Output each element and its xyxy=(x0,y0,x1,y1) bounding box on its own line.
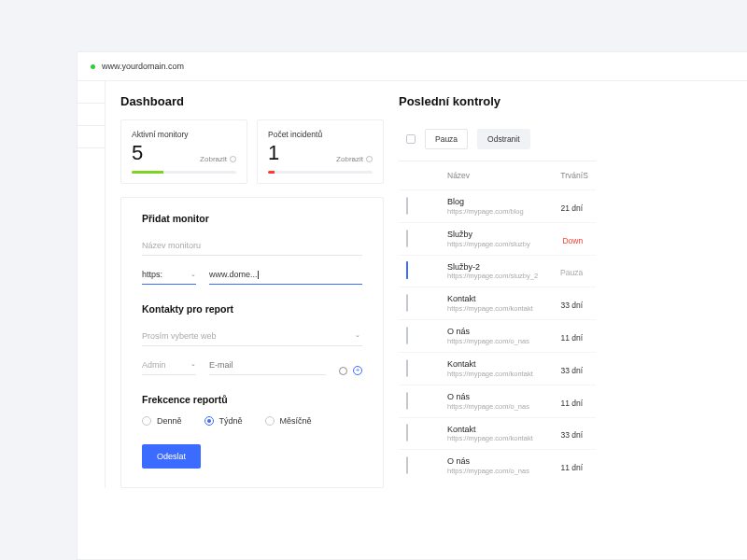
stat-label: Počet incidentů xyxy=(268,130,373,139)
row-name: Služby xyxy=(447,230,538,240)
row-duration: 11 dní xyxy=(561,333,584,343)
row-duration: Down xyxy=(562,236,583,245)
row-checkbox[interactable] xyxy=(406,456,408,474)
email-input[interactable] xyxy=(209,356,326,375)
submit-button[interactable]: Odeslat xyxy=(142,444,201,469)
stat-incidents: Počet incidentů 1 Zobrazit xyxy=(257,119,384,184)
row-checkbox[interactable] xyxy=(406,230,408,247)
domain-input[interactable]: www.dome... xyxy=(209,265,362,285)
row-name: Kontakt xyxy=(447,359,538,370)
row-checkbox[interactable] xyxy=(406,359,408,377)
row-url: https://mypage.com/kontakt xyxy=(447,304,538,313)
row-duration: Pauza xyxy=(560,268,583,277)
row-url: https://mypage.com/kontakt xyxy=(447,434,538,442)
protocol-select[interactable]: https: ⌄ xyxy=(142,265,196,285)
row-duration: 33 dní xyxy=(561,366,584,375)
stat-label: Aktivní monitory xyxy=(132,130,236,139)
section-title: Přidat monitor xyxy=(142,213,362,224)
select-all-checkbox[interactable] xyxy=(406,134,416,144)
row-name: Kontakt xyxy=(447,425,538,435)
row-duration: 11 dní xyxy=(561,399,584,408)
row-url: https://mypage.com/o_nas xyxy=(447,467,538,475)
table-toolbar: Pauza Odstranit xyxy=(399,119,596,161)
row-checkbox[interactable] xyxy=(406,294,408,312)
app-window: www.yourdomain.com Dashboard Aktivní mon… xyxy=(77,51,747,560)
row-name: Kontakt xyxy=(447,294,538,304)
url-text: www.yourdomain.com xyxy=(102,62,184,71)
stat-show-link[interactable]: Zobrazit xyxy=(336,155,373,163)
side-nav xyxy=(78,81,106,488)
info-icon xyxy=(230,156,236,162)
status-dot-icon xyxy=(91,64,95,69)
section-title: Kontakty pro report xyxy=(142,303,362,315)
role-select[interactable]: Admin ⌄ xyxy=(142,356,196,375)
chevron-down-icon: ⌄ xyxy=(355,331,360,339)
row-checkbox[interactable] xyxy=(406,392,408,410)
pause-button[interactable]: Pauza xyxy=(425,129,468,149)
info-icon xyxy=(366,156,373,162)
table-row[interactable]: Služby-2https://mypage.com/sluzby_2Pauza xyxy=(399,255,596,287)
row-duration: 33 dní xyxy=(561,430,584,440)
web-select[interactable] xyxy=(142,327,362,346)
row-url: https://mypage.com/kontakt xyxy=(447,370,538,378)
add-icon[interactable]: + xyxy=(353,366,362,375)
row-duration: 33 dní xyxy=(561,301,584,310)
row-url: https://mypage.com/sluzby_2 xyxy=(447,272,538,280)
nav-item[interactable] xyxy=(78,126,105,148)
col-duration: Trvání xyxy=(538,171,583,180)
stat-show-link[interactable]: Zobrazit xyxy=(200,155,236,163)
progress-bar xyxy=(132,171,163,174)
checks-title: Poslední kontroly xyxy=(399,94,596,108)
chevron-down-icon: ⌄ xyxy=(190,271,196,278)
url-bar: www.yourdomain.com xyxy=(78,52,747,81)
row-checkbox[interactable] xyxy=(406,197,408,215)
add-monitor-panel: Přidat monitor https: ⌄ www.dome... Kont xyxy=(120,197,384,488)
radio-weekly[interactable]: Týdně xyxy=(204,416,243,426)
row-url: https://mypage.com/blog xyxy=(447,207,538,216)
row-name: Blog xyxy=(447,197,538,207)
dashboard-title: Dashboard xyxy=(120,94,384,108)
table-row[interactable]: Kontakthttps://mypage.com/kontakt33 dní xyxy=(399,417,596,450)
row-checkbox[interactable] xyxy=(406,327,408,344)
table-row[interactable]: Službyhttps://mypage.com/sluzbyDown xyxy=(399,222,596,255)
gear-icon[interactable] xyxy=(339,367,347,375)
frequency-radios: Denně Týdně Měsíčně xyxy=(142,416,362,426)
table-row[interactable]: Kontakthttps://mypage.com/kontakt33 dní xyxy=(399,352,596,385)
table-row[interactable]: O náshttps://mypage.com/o_nas11 dní xyxy=(399,319,596,352)
row-name: O nás xyxy=(447,327,538,337)
row-duration: 21 dní xyxy=(561,203,584,213)
remove-button[interactable]: Odstranit xyxy=(477,129,530,149)
radio-daily[interactable]: Denně xyxy=(142,416,182,426)
table-header: Název Trvání S xyxy=(399,161,596,189)
row-url: https://mypage.com/sluzby xyxy=(447,240,538,248)
row-url: https://mypage.com/o_nas xyxy=(447,402,538,411)
table-row[interactable]: Kontakthttps://mypage.com/kontakt33 dní xyxy=(399,287,596,319)
progress-bar xyxy=(268,171,275,174)
table-row[interactable]: Bloghttps://mypage.com/blog21 dní xyxy=(399,189,596,222)
monitor-name-input[interactable] xyxy=(142,236,362,256)
radio-monthly[interactable]: Měsíčně xyxy=(265,416,312,426)
stat-monitors: Aktivní monitory 5 Zobrazit xyxy=(120,119,247,184)
row-name: O nás xyxy=(447,392,538,402)
row-checkbox[interactable] xyxy=(406,261,408,279)
row-duration: 11 dní xyxy=(561,463,584,472)
table-row[interactable]: O náshttps://mypage.com/o_nas11 dní xyxy=(399,385,596,417)
row-name: Služby-2 xyxy=(447,262,538,273)
col-name: Název xyxy=(447,171,538,180)
table-row[interactable]: O náshttps://mypage.com/o_nas11 dní xyxy=(399,449,596,482)
section-title: Frekcence reportů xyxy=(142,394,362,405)
row-name: O nás xyxy=(447,456,538,467)
nav-item[interactable] xyxy=(78,104,105,126)
nav-item[interactable] xyxy=(78,81,105,104)
chevron-down-icon: ⌄ xyxy=(190,360,196,370)
col-status: S xyxy=(583,171,588,180)
row-url: https://mypage.com/o_nas xyxy=(447,337,538,345)
stat-value: 5 xyxy=(132,143,143,163)
row-checkbox[interactable] xyxy=(406,424,408,441)
stat-value: 1 xyxy=(268,143,279,163)
